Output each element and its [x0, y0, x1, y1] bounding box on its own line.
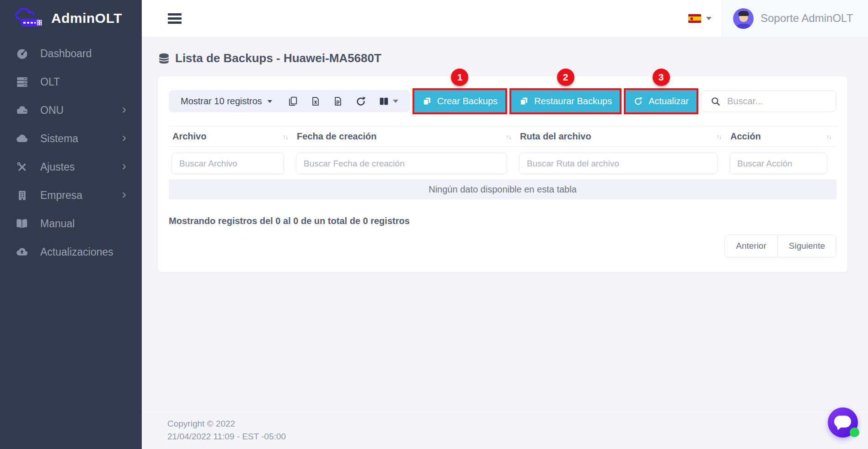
language-selector[interactable] [678, 14, 722, 23]
copy-icon[interactable] [288, 96, 298, 107]
table-search [701, 91, 836, 112]
button-label: Crear Backups [437, 96, 498, 107]
building-icon [15, 189, 29, 202]
tools-icon [15, 160, 29, 173]
sidebar-item-label: Actualizaciones [40, 246, 113, 258]
sidebar-item-label: Empresa [40, 189, 82, 202]
copyright-text: Copyright © 2022 [167, 417, 868, 430]
sidebar-item-label: Ajustes [40, 161, 75, 173]
previous-page-button[interactable]: Anterior [725, 235, 777, 257]
filter-accion-input[interactable] [729, 153, 827, 174]
records-info: Mostrando registros del 0 al 0 de un tot… [169, 216, 836, 226]
refresh-icon [633, 96, 643, 106]
brand-logo-icon [14, 7, 47, 29]
online-status-dot [850, 428, 859, 437]
file-export-icon[interactable] [333, 96, 343, 107]
book-icon [15, 217, 29, 230]
filter-archivo-input[interactable] [171, 153, 284, 174]
page-title: Lista de Backups - Huawei-MA5680T [158, 51, 868, 65]
sort-icon[interactable]: ↑↓ [283, 133, 288, 140]
restaurar-backups-button[interactable]: Restaurar Backups [511, 90, 620, 112]
column-header-ruta[interactable]: Ruta del archivo ↑↓ [516, 131, 727, 142]
user-name: Soporte AdminOLT [761, 12, 853, 25]
chevron-right-icon: › [122, 103, 126, 116]
save-icon [422, 96, 432, 106]
columns-visibility-icon[interactable] [379, 96, 398, 107]
annotation-badge-1: 1 [451, 69, 468, 86]
column-header-accion[interactable]: Acción ↑↓ [727, 131, 836, 142]
button-label: Restaurar Backups [534, 96, 612, 107]
save-icon [519, 96, 529, 106]
actualizar-button[interactable]: Actualizar [626, 90, 697, 112]
app-root: AdminOLT Dashboard OLT ONU › [0, 0, 868, 449]
sidebar-item-sistema[interactable]: Sistema › [0, 124, 142, 153]
table-header-row: Archivo ↑↓ Fecha de creación ↑↓ Ruta del… [169, 126, 836, 147]
footer: Copyright © 2022 21/04/2022 11:09 - EST … [142, 410, 868, 449]
sidebar-nav: Dashboard OLT ONU › Sistema › [0, 37, 142, 266]
table-empty-state: Ningún dato disponible en esta tabla [169, 179, 836, 199]
brand[interactable]: AdminOLT [0, 0, 142, 37]
chevron-right-icon: › [122, 160, 126, 172]
export-tools [288, 96, 398, 107]
search-icon [711, 96, 721, 107]
chevron-right-icon: › [122, 188, 126, 201]
sort-icon[interactable]: ↑↓ [826, 133, 831, 140]
sidebar-item-actualizaciones[interactable]: Actualizaciones [0, 238, 142, 266]
user-menu[interactable]: Soporte AdminOLT [722, 0, 868, 37]
annotation-badge-2: 2 [557, 69, 574, 86]
refresh-icon[interactable] [355, 96, 366, 107]
crear-backups-button[interactable]: Crear Backups [414, 90, 505, 112]
next-page-button[interactable]: Siguiente [777, 235, 836, 257]
topbar-right: Soporte AdminOLT [678, 0, 868, 37]
sidebar-item-label: OLT [40, 76, 60, 88]
sidebar-item-dashboard[interactable]: Dashboard [0, 39, 142, 68]
chevron-down-icon [393, 100, 398, 103]
menu-toggle-button[interactable] [168, 11, 182, 26]
annotation-box-3: 3 Actualizar [624, 88, 698, 114]
sidebar: AdminOLT Dashboard OLT ONU › [0, 0, 142, 449]
column-header-fecha[interactable]: Fecha de creación ↑↓ [293, 131, 516, 142]
server-icon [15, 75, 29, 88]
page-length-select[interactable]: Mostrar 10 registros [181, 96, 272, 107]
filter-fecha-input[interactable] [296, 153, 507, 174]
sort-icon[interactable]: ↑↓ [506, 133, 511, 140]
chevron-down-icon [706, 17, 712, 20]
table-filter-row [169, 147, 836, 179]
backups-card: Mostrar 10 registros [158, 76, 847, 272]
dashboard-icon [15, 47, 29, 60]
chat-bubble-icon [834, 416, 851, 428]
sidebar-item-manual[interactable]: Manual [0, 209, 142, 238]
sidebar-item-onu[interactable]: ONU › [0, 96, 142, 124]
sidebar-item-olt[interactable]: OLT [0, 68, 142, 96]
chat-widget-button[interactable] [828, 407, 858, 438]
annotation-box-2: 2 Restaurar Backups [509, 88, 622, 114]
sidebar-item-label: Sistema [40, 133, 78, 145]
sidebar-item-label: ONU [40, 104, 64, 117]
button-label: Actualizar [648, 96, 689, 107]
search-input[interactable] [727, 96, 830, 107]
backups-table: Archivo ↑↓ Fecha de creación ↑↓ Ruta del… [169, 126, 836, 199]
page-length-label: Mostrar 10 registros [181, 96, 262, 107]
sort-icon[interactable]: ↑↓ [716, 133, 721, 140]
database-icon [158, 52, 170, 65]
topbar: Soporte AdminOLT [142, 0, 868, 37]
main-content: Lista de Backups - Huawei-MA5680T Mostra… [142, 37, 868, 272]
page-title-text: Lista de Backups - Huawei-MA5680T [175, 51, 381, 65]
excel-export-icon[interactable] [311, 96, 321, 107]
cloud-upload-icon [15, 246, 29, 258]
sidebar-item-label: Manual [40, 218, 75, 230]
filter-ruta-input[interactable] [519, 153, 718, 174]
cloud-icon [15, 132, 29, 145]
brand-name: AdminOLT [51, 11, 122, 26]
annotation-box-1: 1 Crear Backups [413, 88, 507, 114]
sidebar-item-ajustes[interactable]: Ajustes › [0, 153, 142, 181]
chevron-right-icon: › [122, 131, 126, 144]
device-icon [15, 104, 29, 117]
footer-datetime: 21/04/2022 11:09 - EST -05:00 [167, 430, 868, 443]
pagination: Anterior Siguiente [169, 235, 836, 257]
table-toolbar: Mostrar 10 registros [169, 88, 836, 114]
chevron-down-icon [268, 100, 272, 103]
column-header-archivo[interactable]: Archivo ↑↓ [169, 131, 293, 142]
avatar [733, 8, 754, 29]
sidebar-item-empresa[interactable]: Empresa › [0, 181, 142, 209]
